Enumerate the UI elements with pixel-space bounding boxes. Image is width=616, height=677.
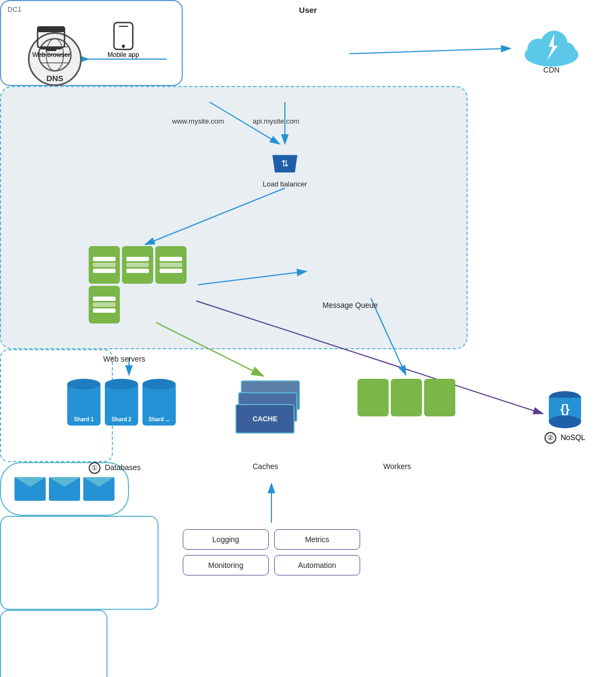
caches-box (0, 610, 108, 677)
tool-automation: Automation (274, 555, 360, 575)
tool-monitoring: Monitoring (183, 555, 269, 575)
svg-point-23 (558, 42, 575, 60)
databases-group: Shard 1 Shard 2 Shard ... (67, 379, 176, 426)
server-icon-1 (89, 246, 120, 284)
cdn-label: CDN (543, 66, 560, 74)
load-balancer: ⇅ Load balancer (263, 145, 306, 188)
load-balancer-label: Load balancer (263, 180, 307, 188)
url-web: www.mysite.com (172, 117, 224, 125)
dc1-box: DC1 (0, 86, 468, 349)
worker-icon-3 (424, 379, 455, 416)
caches-label: Caches (253, 462, 278, 471)
dc1-label: DC1 (8, 5, 22, 13)
svg-line-5 (349, 48, 511, 54)
message-queue-label: Message Queue (323, 301, 378, 309)
svg-rect-26 (38, 27, 65, 32)
server-icon-3 (155, 246, 187, 284)
envelope-3 (83, 477, 114, 501)
svg-point-36 (549, 415, 581, 428)
web-browser-icon (35, 21, 67, 51)
nosql-badge: ② (545, 432, 556, 444)
user-box: User Web browser Mobile app (0, 0, 183, 86)
envelope-2 (49, 477, 80, 501)
svg-rect-31 (119, 26, 128, 27)
web-browser-label: Web browser (32, 51, 70, 59)
databases-box (0, 516, 159, 610)
shard-1-label: Shard 1 (67, 416, 101, 422)
shard-more-label: Shard ... (142, 416, 176, 422)
web-servers-group (89, 246, 194, 323)
shard-more: Shard ... (142, 379, 176, 426)
cache-card-3: CACHE (235, 404, 295, 434)
web-servers-label: Web servers (103, 355, 145, 363)
databases-label: ① Databases (89, 462, 141, 474)
tool-metrics: Metrics (274, 529, 360, 550)
server-icon-2 (122, 246, 153, 284)
nosql-db: {} ② NoSQL (543, 387, 586, 444)
workers-group (357, 379, 455, 416)
worker-icon-2 (391, 379, 422, 416)
cdn-icon: CDN (517, 21, 586, 81)
tool-logging: Logging (183, 529, 269, 550)
shard-2-label: Shard 2 (105, 416, 138, 422)
nosql-label: ② NoSQL (545, 432, 585, 444)
server-icon-4 (89, 286, 120, 323)
envelope-1 (15, 477, 46, 501)
svg-point-30 (121, 45, 125, 48)
shard-2: Shard 2 (105, 379, 138, 426)
worker-icon-1 (357, 379, 389, 416)
svg-text:⇅: ⇅ (281, 159, 289, 169)
mobile-app-label: Mobile app (108, 51, 139, 59)
dns-label: DNS (46, 74, 63, 83)
tools-grid: Logging Metrics Monitoring Automation (183, 529, 360, 575)
user-label: User (0, 5, 616, 15)
databases-badge: ① (89, 462, 101, 474)
diagram: DNS CDN User Web browser (0, 0, 616, 677)
workers-label: Workers (383, 462, 411, 471)
shard-1: Shard 1 (67, 379, 101, 426)
url-api: api.mysite.com (253, 117, 299, 125)
svg-text:{}: {} (560, 402, 570, 415)
mobile-icon (111, 21, 135, 51)
svg-rect-27 (40, 47, 62, 49)
